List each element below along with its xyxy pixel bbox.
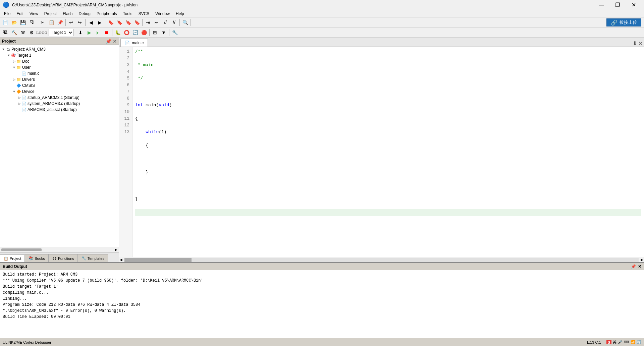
tree-cmsis[interactable]: 🔷 CMSIS (0, 82, 119, 89)
stop-debug-button[interactable]: ⏹ (103, 28, 111, 37)
menu-edit[interactable]: Edit (14, 11, 26, 17)
find-button[interactable]: 🔍 (181, 18, 189, 26)
status-position: L:13 C:1 (587, 340, 601, 344)
h-scroll-thumb[interactable] (124, 258, 192, 262)
debug2-button[interactable]: 🐛 (114, 28, 122, 37)
menu-flash[interactable]: Flash (60, 11, 75, 17)
bookmark2-button[interactable]: 🔖 (115, 18, 123, 26)
menu-view[interactable]: View (27, 11, 41, 17)
pin-icon[interactable]: 📌 (106, 39, 111, 44)
paste-button[interactable]: 📌 (56, 18, 64, 26)
minimize-button[interactable]: — (594, 0, 609, 10)
uncomment-button[interactable]: // (170, 18, 178, 26)
cmsis-icon: 🔷 (16, 83, 21, 88)
run-button[interactable]: ▶ (85, 28, 93, 37)
menu-peripherals[interactable]: Peripherals (94, 11, 120, 17)
download-button[interactable]: ⬇ (76, 28, 85, 37)
wifi-icon: 📶 (631, 340, 635, 344)
code-editor-content[interactable]: /** * main */ int main(void) { while(1) … (132, 47, 644, 257)
layout-button[interactable]: ⊞ (151, 28, 159, 37)
expand-device-icon: ▼ (12, 90, 16, 94)
lang-icon: 英 (613, 340, 616, 345)
redo-button[interactable]: ↪ (76, 18, 84, 26)
build-close-icon[interactable]: ✕ (638, 264, 641, 269)
tab-functions[interactable]: {} Functions (49, 254, 78, 262)
functions-tab-icon: {} (52, 256, 57, 261)
h-scroll-track[interactable] (124, 258, 639, 262)
tab-books[interactable]: 📚 Books (25, 254, 49, 262)
editor-tab-icon: 📄 (125, 41, 130, 45)
settings-wrench-button[interactable]: 🔧 (171, 28, 179, 37)
dropdown-button[interactable]: ▼ (160, 28, 168, 37)
h-scroll-left-arrow[interactable]: ◀ (119, 258, 123, 262)
tree-mainc[interactable]: 📄 main.c (0, 70, 119, 76)
menu-svcs[interactable]: SVCS (136, 11, 152, 17)
save-button[interactable]: 💾 (19, 18, 27, 26)
editor-h-scrollbar[interactable]: ◀ ▶ (119, 257, 644, 262)
tab-project[interactable]: 📋 Project (0, 254, 25, 262)
cut-button[interactable]: ✂ (39, 18, 47, 26)
target-settings-button[interactable]: ⚙ (28, 28, 36, 37)
build-pin-icon[interactable]: 📌 (631, 264, 636, 269)
comment-button[interactable]: // (161, 18, 169, 26)
tree-target1-label: Target 1 (17, 53, 31, 58)
menu-debug[interactable]: Debug (76, 11, 93, 17)
bookmark1-button[interactable]: 🔖 (107, 18, 115, 26)
scroll-right-arrow[interactable]: ▶ (115, 248, 117, 251)
panel-close-icon[interactable]: ✕ (113, 39, 117, 44)
save-all-button[interactable]: 🖫 (28, 18, 36, 26)
h-scroll-thumb-proj[interactable] (1, 248, 42, 251)
tree-device[interactable]: ▼ 🔶 Device (0, 89, 119, 95)
editor-close-icon[interactable]: ✕ (638, 40, 643, 47)
debug3-button[interactable]: 🔴 (140, 28, 148, 37)
tree-user[interactable]: ▼ 📁 User (0, 64, 119, 70)
nav-back-button[interactable]: ◀ (87, 18, 95, 26)
build3-button[interactable]: ⚒ (19, 28, 27, 37)
copy-button[interactable]: 📋 (47, 18, 55, 26)
project-h-scrollbar[interactable]: ▶ (0, 247, 119, 252)
user-folder-icon: 📁 (16, 65, 21, 70)
menu-project[interactable]: Project (42, 11, 59, 17)
outdent-button[interactable]: ⇤ (153, 18, 161, 26)
tab-templates[interactable]: 🔧 Templates (78, 254, 108, 262)
menu-help[interactable]: Help (173, 11, 187, 17)
tree-sct[interactable]: 📄 ARMCM3_ac5.sct (Startup) (0, 107, 119, 113)
tree-startup1[interactable]: ▷ 📄 startup_ARMCM3.c (Startup) (0, 95, 119, 101)
tree-target1[interactable]: ▼ 🎯 Target 1 (0, 52, 119, 58)
h-scroll-right-arrow[interactable]: ▶ (640, 258, 644, 262)
indent-button[interactable]: ⇥ (144, 18, 152, 26)
upload-button[interactable]: 🔗 拔接上传 (606, 18, 641, 26)
editor-tab-label: main.c (132, 41, 144, 45)
tree-startup2[interactable]: ▷ 📄 system_ARMCM3.c (Startup) (0, 101, 119, 107)
templates-tab-icon: 🔧 (82, 256, 86, 261)
menu-file[interactable]: File (1, 11, 13, 17)
reset-button[interactable]: 🔄 (131, 28, 139, 37)
editor-collapse-icon[interactable]: ⬇ (633, 40, 637, 47)
close-button[interactable]: ✕ (626, 0, 641, 10)
target-select[interactable]: Target 1 (49, 29, 73, 36)
bookmark4-button[interactable]: 🔖 (133, 18, 141, 26)
nav-fwd-button[interactable]: ▶ (96, 18, 104, 26)
open-button[interactable]: 📂 (10, 18, 18, 26)
tree-root[interactable]: ▼ 🗂 Project: ARM_CM3 (0, 46, 119, 52)
undo-button[interactable]: ↩ (67, 18, 75, 26)
tree-drivers[interactable]: ▷ 📁 Drivers (0, 76, 119, 82)
expand-root-icon: ▼ (1, 47, 5, 51)
project-panel-title: Project (2, 39, 16, 44)
build-all-button[interactable]: 🏗 (1, 28, 9, 37)
menu-window[interactable]: Window (153, 11, 172, 17)
logo-icon: LOGO (36, 31, 47, 35)
expand-startup2-icon: ▷ (17, 102, 21, 106)
menu-tools[interactable]: Tools (120, 11, 135, 17)
build2-button[interactable]: 🔨 (10, 28, 18, 37)
bookmark3-button[interactable]: 🔖 (124, 18, 132, 26)
tree-doc[interactable]: ▷ 📁 Doc (0, 58, 119, 64)
editor-tab-mainc[interactable]: 📄 main.c (120, 39, 148, 47)
maximize-button[interactable]: ❐ (610, 0, 625, 10)
sync-icon: 🔄 (637, 340, 641, 344)
functions-tab-label: Functions (58, 256, 74, 261)
startup2-icon: 📄 (21, 101, 27, 106)
debug-button[interactable]: ⏵ (94, 28, 102, 37)
new-file-button[interactable]: 📄 (1, 18, 9, 26)
power-button[interactable]: ⭕ (122, 28, 130, 37)
